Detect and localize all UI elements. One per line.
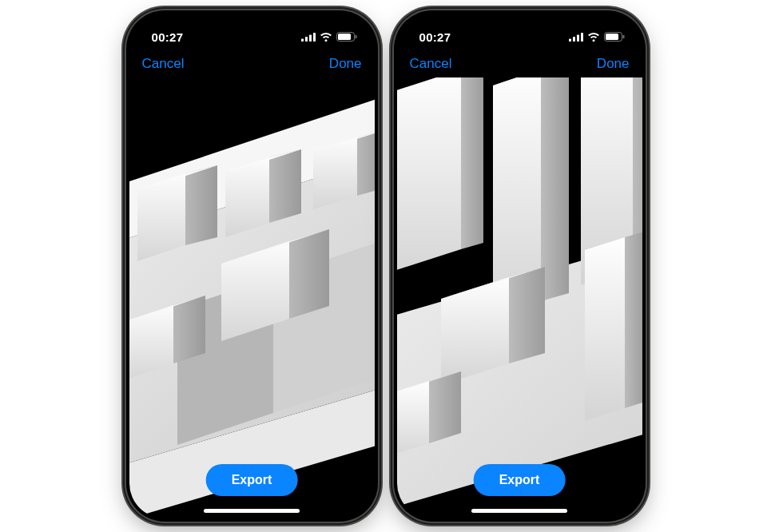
svg-marker-27 [173,296,205,363]
svg-rect-0 [301,38,304,42]
svg-marker-15 [185,165,217,245]
cellular-signal-icon [301,33,316,42]
cancel-button[interactable]: Cancel [142,56,185,72]
home-indicator[interactable] [204,509,300,513]
navigation-bar: Cancel Done [129,50,375,77]
room-3d-viewer[interactable] [129,77,375,518]
cancel-button[interactable]: Cancel [410,56,452,72]
room-model [129,77,375,518]
svg-marker-24 [289,229,329,319]
cellular-signal-icon [569,33,583,42]
export-button[interactable]: Export [474,464,566,496]
svg-rect-29 [569,38,571,42]
wifi-icon [320,32,332,42]
done-button[interactable]: Done [329,56,362,72]
svg-marker-48 [585,237,625,421]
svg-marker-46 [509,267,545,363]
navigation-bar: Cancel Done [397,50,642,77]
clock-label: 00:27 [419,30,451,44]
phone-screen: 00:27 Cancel Done [129,14,375,518]
export-button[interactable]: Export [206,464,298,496]
svg-rect-32 [581,33,583,42]
svg-marker-49 [625,232,642,408]
phone-screen: 00:27 Cancel Done [397,14,642,518]
room-model [397,77,642,518]
svg-marker-21 [357,130,375,196]
device-notch [468,14,570,38]
svg-rect-34 [606,34,618,40]
svg-marker-51 [429,371,461,443]
svg-marker-44 [461,77,483,249]
svg-rect-2 [309,34,312,42]
battery-icon [336,32,357,42]
phone-mockup-left: 00:27 Cancel Done [126,10,378,522]
room-3d-viewer[interactable] [397,77,642,518]
svg-rect-5 [338,34,351,40]
wifi-icon [587,32,600,42]
svg-rect-1 [305,37,308,42]
device-notch [201,14,303,38]
status-indicators [569,32,625,42]
status-indicators [301,32,357,42]
svg-marker-18 [269,149,301,223]
svg-rect-3 [313,33,316,42]
svg-rect-31 [577,34,579,42]
clock-label: 00:27 [152,30,184,44]
phone-mockup-right: 00:27 Cancel Done [394,10,646,522]
home-indicator[interactable] [471,509,567,513]
svg-rect-6 [355,35,356,38]
svg-rect-35 [622,35,624,38]
svg-marker-43 [397,77,461,285]
svg-marker-38 [541,77,569,301]
battery-icon [604,32,625,42]
svg-rect-30 [573,37,575,42]
done-button[interactable]: Done [597,56,630,72]
